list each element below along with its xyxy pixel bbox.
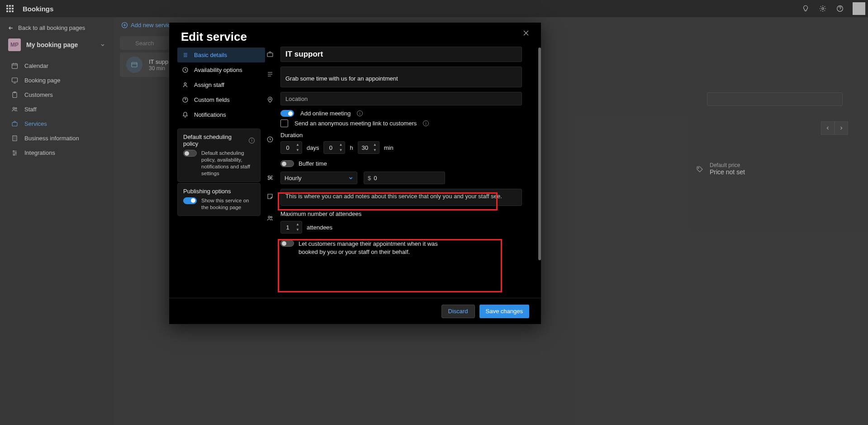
modal-footer: Discard Save changes [169, 298, 541, 324]
online-meeting-toggle[interactable] [280, 110, 294, 117]
app-launcher-icon[interactable] [6, 5, 14, 12]
svg-rect-15 [132, 62, 137, 67]
scheduling-policy-desc: Default scheduling policy, availability,… [201, 150, 255, 177]
description-icon [266, 70, 274, 78]
booking-page-selector[interactable]: MP My booking page [0, 34, 114, 56]
price-type-select[interactable]: Hourly [280, 172, 357, 184]
duration-days-input[interactable]: ▲▼ [280, 141, 302, 154]
publishing-toggle[interactable] [183, 197, 197, 204]
days-unit: days [307, 144, 319, 151]
svg-point-16 [698, 167, 699, 168]
scheduling-policy-toggle[interactable] [183, 150, 197, 157]
nav-booking-page[interactable]: Booking page [0, 73, 114, 87]
svg-point-10 [13, 150, 14, 151]
nav-business-info[interactable]: Business information [0, 131, 114, 145]
publishing-options-card: Publishing options Show this service on … [177, 183, 261, 216]
scrollbar[interactable] [538, 48, 541, 260]
scheduling-policy-card: Default scheduling policy i Default sche… [177, 129, 261, 182]
edit-service-modal: Edit service Basic details Availability … [169, 23, 541, 324]
mins-unit: min [384, 144, 394, 151]
arrow-left-icon [8, 25, 14, 31]
stepper-up[interactable]: ▲ [337, 142, 344, 148]
nav-services[interactable]: Services [0, 116, 114, 131]
currency-symbol: $ [368, 175, 371, 181]
stepper-down[interactable]: ▼ [294, 148, 301, 153]
svg-point-12 [13, 154, 14, 155]
svg-point-18 [184, 83, 186, 85]
location-input[interactable] [280, 92, 522, 105]
scheduling-policy-title: Default scheduling policy [183, 134, 246, 147]
modal-close-button[interactable] [520, 27, 532, 39]
avatar[interactable] [853, 2, 865, 15]
service-name: IT supp [149, 58, 168, 65]
stepper-down[interactable]: ▼ [372, 148, 378, 153]
background-input[interactable] [707, 92, 843, 106]
let-customers-manage-toggle[interactable] [280, 240, 294, 247]
service-description-input[interactable] [280, 67, 522, 87]
info-icon[interactable]: i [249, 138, 255, 143]
pager-prev[interactable] [821, 121, 835, 135]
nav-staff[interactable]: Staff [0, 102, 114, 116]
nav-label: Customers [24, 91, 53, 98]
info-icon[interactable]: i [357, 110, 363, 116]
screen-icon [11, 76, 18, 84]
price-amount-input[interactable]: $ [364, 172, 445, 184]
stepper-up[interactable]: ▲ [294, 142, 301, 148]
max-attendees-input[interactable]: ▲▼ [280, 221, 302, 234]
nav-calendar[interactable]: Calendar [0, 58, 114, 73]
back-link-label: Back to all booking pages [18, 24, 85, 31]
duration-mins-input[interactable]: ▲▼ [358, 141, 379, 154]
nav-integrations[interactable]: Integrations [0, 145, 114, 160]
booking-page-badge: MP [8, 38, 21, 51]
lightbulb-icon[interactable] [801, 4, 810, 13]
people-icon [266, 214, 274, 222]
tab-availability[interactable]: Availability options [177, 62, 265, 77]
stepper-up[interactable]: ▲ [294, 222, 301, 227]
clock-icon [182, 67, 189, 73]
tab-label: Basic details [194, 52, 227, 58]
anonymous-link-checkbox[interactable] [280, 119, 288, 127]
help-icon[interactable] [835, 4, 844, 13]
duration-hours-input[interactable]: ▲▼ [323, 141, 345, 154]
svg-rect-4 [13, 92, 17, 98]
svg-rect-9 [13, 136, 17, 141]
stepper-down[interactable]: ▼ [294, 227, 301, 233]
nav-customers[interactable]: Customers [0, 87, 114, 102]
discard-button[interactable]: Discard [441, 305, 475, 318]
tab-basic-details[interactable]: Basic details [177, 48, 265, 62]
svg-rect-2 [12, 63, 17, 68]
tab-notifications[interactable]: Notifications [177, 107, 265, 122]
default-price-panel: Default price Price not set [710, 162, 800, 176]
buffer-time-toggle[interactable] [280, 160, 294, 167]
people-icon [11, 105, 18, 113]
service-name-input[interactable] [280, 47, 522, 62]
close-icon [523, 30, 529, 36]
currency-icon: $€ [266, 174, 274, 182]
tab-assign-staff[interactable]: Assign staff [177, 77, 265, 92]
clipboard-icon [11, 91, 18, 98]
notes-input[interactable]: This is where you can add notes about th… [280, 189, 522, 206]
anonymous-link-label: Send an anonymous meeting link to custom… [294, 120, 417, 127]
stepper-down[interactable]: ▼ [337, 148, 344, 153]
back-link[interactable]: Back to all booking pages [0, 22, 114, 34]
tab-label: Notifications [194, 111, 226, 118]
price-type-value: Hourly [285, 175, 302, 181]
add-new-label: Add new service [131, 22, 174, 29]
modal-title: Edit service [181, 30, 520, 44]
nav-label: Booking page [24, 77, 61, 84]
add-new-service-button[interactable]: Add new service [121, 22, 174, 29]
pager [821, 121, 848, 135]
pager-next[interactable] [835, 121, 848, 135]
note-icon [266, 192, 274, 201]
default-price-label: Default price [710, 162, 800, 168]
publishing-options-title: Publishing options [183, 188, 255, 195]
left-sidebar: Back to all booking pages MP My booking … [0, 17, 114, 425]
publishing-desc: Show this service on the booking page [201, 197, 255, 211]
tab-custom-fields[interactable]: Custom fields [177, 92, 265, 107]
info-icon[interactable]: i [423, 120, 429, 126]
save-changes-button[interactable]: Save changes [479, 305, 529, 318]
top-bar: Bookings [0, 0, 868, 17]
svg-point-24 [270, 216, 272, 218]
gear-icon[interactable] [818, 4, 827, 13]
stepper-up[interactable]: ▲ [372, 142, 378, 148]
